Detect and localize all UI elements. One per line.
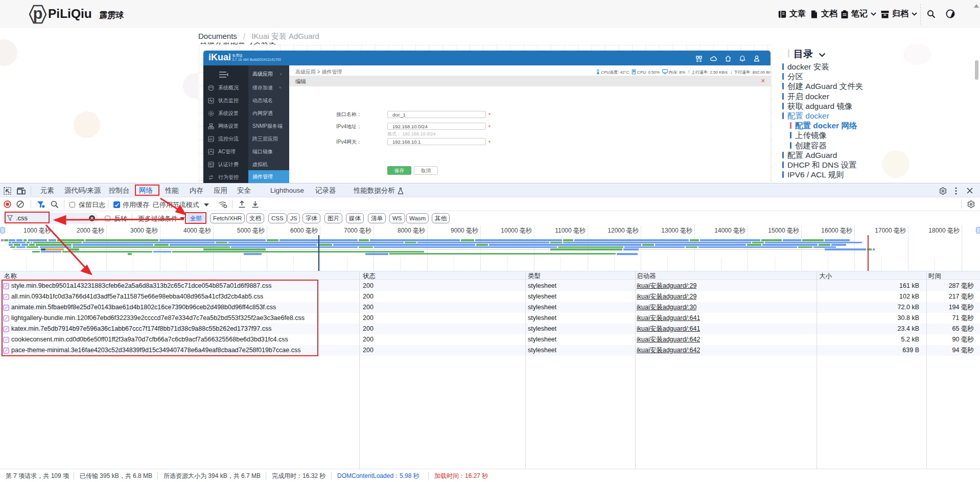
svg-text:p: p — [33, 5, 43, 22]
